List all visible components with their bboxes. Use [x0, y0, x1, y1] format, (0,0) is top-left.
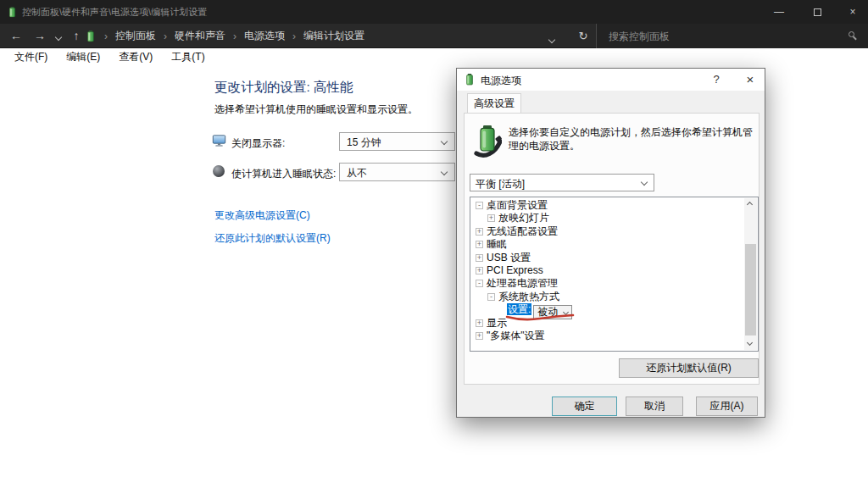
tree-item-label: PCI Express — [487, 264, 543, 276]
tree-item-label: 睡眠 — [487, 238, 507, 250]
chevron-down-icon — [55, 34, 62, 41]
scroll-up-button[interactable] — [744, 198, 757, 210]
page-subtitle: 选择希望计算机使用的睡眠设置和显示设置。 — [214, 103, 418, 117]
collapse-icon[interactable]: - — [487, 293, 495, 301]
breadcrumb-item-edit-plan[interactable]: 编辑计划设置 — [303, 29, 364, 43]
collapse-icon[interactable]: - — [476, 280, 483, 287]
address-dropdown-button[interactable] — [549, 33, 554, 45]
search-input[interactable] — [597, 24, 868, 48]
collapse-icon[interactable]: - — [476, 202, 483, 209]
expand-icon[interactable]: + — [476, 228, 483, 236]
chevron-down-icon — [747, 340, 753, 346]
breadcrumb-separator: › — [233, 30, 236, 42]
tree-item-label: USB 设置 — [487, 252, 531, 263]
cooling-mode-select[interactable]: 被动 — [533, 305, 572, 319]
power-options-dialog: 电源选项 ? × 高级设置 选择你要自定义的电源计划，然后选择你希望计算机管理的… — [456, 68, 765, 418]
ok-button[interactable]: 确定 — [552, 396, 617, 416]
tree-item-desktop-background[interactable]: -桌面背景设置 — [472, 199, 743, 212]
tree-item-multimedia-settings[interactable]: +"多媒体"设置 — [472, 330, 743, 342]
restore-default-settings-link[interactable]: 还原此计划的默认设置(R) — [214, 231, 331, 246]
expand-icon[interactable]: + — [476, 241, 483, 248]
dialog-title: 电源选项 — [481, 74, 521, 88]
window-titlebar: 控制面板\硬件和声音\电源选项\编辑计划设置 — × — [0, 0, 868, 24]
expand-icon[interactable]: + — [487, 214, 495, 222]
search-box — [596, 24, 868, 48]
dialog-close-button[interactable]: × — [737, 69, 763, 91]
tab-advanced-settings[interactable]: 高级设置 — [467, 93, 521, 114]
scroll-down-button[interactable] — [744, 338, 757, 350]
breadcrumb-item-hardware-sound[interactable]: 硬件和声音 — [175, 29, 225, 43]
scrollbar-thumb[interactable] — [745, 244, 756, 336]
dialog-titlebar: 电源选项 ? × — [457, 69, 765, 91]
expand-icon[interactable]: + — [476, 254, 483, 262]
expand-icon[interactable]: + — [476, 332, 483, 340]
up-button[interactable]: ↑ — [66, 24, 86, 48]
tree-item-label: 无线适配器设置 — [487, 225, 558, 237]
change-advanced-power-settings-link[interactable]: 更改高级电源设置(C) — [214, 208, 310, 223]
menu-tools[interactable]: 工具(T) — [164, 50, 212, 64]
chevron-down-icon — [441, 138, 448, 145]
tree-item-label: 处理器电源管理 — [487, 277, 558, 289]
help-button[interactable]: ? — [704, 69, 729, 91]
tab-strip: 高级设置 — [457, 91, 765, 113]
close-button[interactable]: × — [838, 0, 867, 24]
tree-item-label: 放映幻灯片 — [498, 212, 549, 224]
power-options-icon — [7, 6, 18, 18]
page-title: 更改计划的设置: 高性能 — [214, 79, 353, 97]
back-button[interactable]: ← — [5, 24, 27, 48]
selected-plan: 平衡 [活动] — [476, 177, 525, 191]
apply-button[interactable]: 应用(A) — [696, 396, 758, 416]
breadcrumb: › 控制面板 › 硬件和声音 › 电源选项 › 编辑计划设置 — [85, 24, 364, 48]
sleep-icon — [212, 164, 225, 178]
selected-value: 从不 — [347, 166, 367, 180]
breadcrumb-item-control-panel[interactable]: 控制面板 — [115, 29, 156, 43]
selected-value: 15 分钟 — [347, 136, 381, 150]
menubar: 文件(F) 编辑(E) 查看(V) 工具(T) — [0, 48, 868, 65]
breadcrumb-separator: › — [164, 30, 167, 42]
chevron-down-icon — [441, 169, 448, 175]
tree-item-sleep[interactable]: +睡眠 — [472, 238, 743, 251]
tree-item-system-cooling-policy[interactable]: -系统散热方式 — [472, 291, 743, 303]
turn-off-display-label: 关闭显示器: — [231, 136, 285, 151]
sleep-label: 使计算机进入睡眠状态: — [231, 167, 336, 181]
forward-button[interactable]: → — [29, 24, 51, 48]
breadcrumb-separator: › — [104, 30, 108, 42]
expand-icon[interactable]: + — [476, 267, 483, 274]
tree-item-label: 显示 — [487, 317, 507, 329]
scrollbar[interactable] — [744, 198, 757, 350]
menu-file[interactable]: 文件(F) — [7, 50, 55, 64]
chevron-down-icon — [548, 36, 555, 43]
toolbar: ← → ↑ › 控制面板 › 硬件和声音 › 电源选项 › 编辑计划设置 ↻ — [0, 24, 868, 48]
tree-item-slideshow[interactable]: +放映幻灯片 — [472, 212, 743, 225]
search-icon[interactable] — [849, 31, 854, 37]
maximize-button[interactable] — [803, 0, 832, 24]
chevron-down-icon — [563, 309, 569, 315]
tree-item-usb-settings[interactable]: +USB 设置 — [472, 252, 743, 264]
turn-off-display-select[interactable]: 15 分钟 — [339, 132, 455, 151]
expand-icon[interactable]: + — [476, 319, 483, 327]
power-options-icon — [464, 73, 476, 86]
tree-item-display[interactable]: +显示 — [472, 317, 743, 330]
recent-pages-dropdown[interactable] — [51, 24, 66, 48]
maximize-icon — [814, 8, 821, 16]
tree-item-wireless-adapter[interactable]: +无线适配器设置 — [472, 225, 743, 238]
tree-item-processor-power[interactable]: -处理器电源管理 — [472, 277, 743, 290]
refresh-button[interactable]: ↻ — [571, 24, 595, 48]
restore-plan-defaults-button[interactable]: 还原计划默认值(R) — [619, 358, 759, 378]
tree-item-label: "多媒体"设置 — [487, 330, 545, 341]
cancel-button[interactable]: 取消 — [626, 396, 683, 416]
menu-edit[interactable]: 编辑(E) — [58, 50, 108, 64]
tree-item-label: 系统散热方式 — [498, 291, 559, 302]
window-title: 控制面板\硬件和声音\电源选项\编辑计划设置 — [22, 6, 207, 19]
tree-item-label: 桌面背景设置 — [487, 199, 548, 211]
tree-item-pci-express[interactable]: +PCI Express — [472, 264, 743, 277]
sleep-select[interactable]: 从不 — [339, 163, 455, 181]
breadcrumb-item-power-options[interactable]: 电源选项 — [244, 29, 285, 43]
power-plan-select[interactable]: 平衡 [活动] — [470, 174, 654, 191]
power-plan-icon — [473, 125, 502, 158]
tree-item-cooling-setting[interactable]: 设置:被动 — [472, 303, 743, 316]
minimize-button[interactable]: — — [765, 0, 793, 24]
selected-value: 被动 — [537, 306, 558, 318]
menu-view[interactable]: 查看(V) — [111, 50, 160, 64]
display-icon — [212, 134, 226, 147]
